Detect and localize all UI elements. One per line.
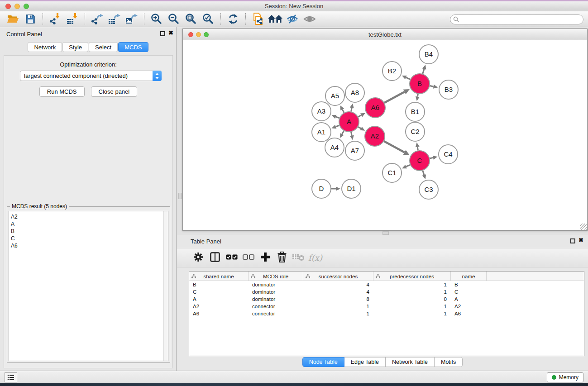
graph-edge-C-C1[interactable] [406, 165, 410, 167]
cell-name[interactable]: A6 [451, 310, 487, 317]
graph-node-D[interactable]: D [312, 179, 331, 198]
tab-motifs[interactable]: Motifs [435, 357, 463, 367]
cell-MCDS-role[interactable]: connector [249, 310, 303, 317]
graph-edge-A2-C[interactable] [384, 141, 404, 152]
result-item[interactable]: C [11, 235, 168, 242]
hide-graphics-details-button[interactable] [284, 12, 301, 26]
graph-node-D1[interactable]: D1 [342, 179, 361, 198]
graph-node-A4[interactable]: A4 [325, 138, 344, 157]
vertical-split-handle[interactable] [178, 193, 182, 199]
cell-successor-nodes[interactable]: 1 [303, 310, 373, 317]
toggle-panel-layout-button[interactable] [206, 251, 223, 265]
horizontal-split-handle[interactable] [382, 231, 389, 235]
cell-successor-nodes[interactable]: 8 [303, 295, 373, 303]
graph-node-A5[interactable]: A5 [325, 86, 344, 105]
cell-name[interactable]: B [451, 281, 487, 288]
cell-predecessor-nodes[interactable]: 1 [373, 281, 451, 288]
cell-MCDS-role[interactable]: connector [249, 303, 303, 310]
optimization-criterion-select[interactable]: largest connected component (directed) [20, 71, 162, 81]
column-header-MCDS-role[interactable]: MCDS role [249, 272, 303, 281]
network-canvas[interactable]: B4B2BB3A8A5A6A3B1AC2A1A2A4A7C4CC1C3DD1 [183, 40, 587, 230]
graph-node-A6[interactable]: A6 [365, 98, 385, 118]
graph-edge-A-A3[interactable] [336, 117, 339, 118]
result-item[interactable]: A [11, 220, 168, 228]
table-row[interactable]: A2connector11A2 [189, 303, 584, 310]
cell-predecessor-nodes[interactable]: 0 [373, 295, 451, 303]
result-item[interactable]: B [11, 228, 168, 235]
show-all-columns-button[interactable] [223, 251, 240, 265]
table-row[interactable]: Cdominator41C [189, 288, 584, 295]
cell-predecessor-nodes[interactable]: 1 [373, 288, 451, 295]
cell-successor-nodes[interactable]: 1 [303, 303, 373, 310]
table-row[interactable]: A6connector11A6 [189, 310, 584, 317]
window-resize-grip[interactable] [580, 224, 587, 230]
graph-edge-A-A1[interactable] [336, 125, 339, 127]
table-row[interactable]: Adominator80A [189, 295, 584, 303]
graph-node-C1[interactable]: C1 [382, 163, 402, 182]
graph-edge-B-B4[interactable] [423, 69, 424, 74]
column-header-successor-nodes[interactable]: successor nodes [303, 272, 373, 281]
graph-edge-B-B3[interactable] [430, 86, 434, 87]
graph-node-A7[interactable]: A7 [345, 141, 364, 160]
tab-network[interactable]: Network [28, 42, 62, 52]
graph-edge-C-C3[interactable] [423, 171, 424, 175]
graph-edge-A-A4[interactable] [342, 131, 344, 134]
clone-network-button[interactable] [249, 12, 267, 26]
graph-edge-A-A5[interactable] [342, 110, 344, 113]
graph-node-C4[interactable]: C4 [439, 145, 458, 164]
column-header-name[interactable]: name [451, 272, 487, 281]
graph-node-B4[interactable]: B4 [419, 45, 438, 64]
graph-edge-A-A7[interactable] [351, 132, 352, 136]
graph-edge-A-A2[interactable] [358, 127, 361, 129]
zoom-in-button[interactable] [148, 12, 165, 26]
float-panel-icon[interactable] [160, 31, 165, 36]
graph-edge-C-C4[interactable] [430, 157, 433, 158]
tab-select[interactable]: Select [89, 42, 118, 52]
graph-edge-B-B2[interactable] [406, 77, 410, 79]
export-network-button[interactable] [89, 12, 106, 26]
table-row[interactable]: Bdominator41B [189, 281, 584, 288]
memory-button[interactable]: Memory [547, 372, 583, 382]
table-close-panel-icon[interactable]: ✖ [578, 237, 583, 243]
cell-MCDS-role[interactable]: dominator [249, 281, 303, 288]
zoom-selected-button[interactable] [200, 12, 217, 26]
result-item[interactable]: A2 [11, 213, 168, 220]
tab-network-table[interactable]: Network Table [386, 357, 435, 367]
add-column-button[interactable] [257, 251, 273, 265]
column-settings-button[interactable] [190, 251, 206, 265]
task-history-button[interactable] [5, 372, 17, 382]
cell-predecessor-nodes[interactable]: 1 [373, 310, 451, 317]
cell-shared-name[interactable]: A6 [189, 310, 249, 317]
network-window-titlebar[interactable]: testGlobe.txt [183, 29, 587, 40]
cell-name[interactable]: C [451, 288, 487, 295]
search-input[interactable] [450, 14, 583, 24]
result-item[interactable]: A6 [11, 242, 168, 249]
graph-node-B1[interactable]: B1 [406, 102, 425, 121]
cell-name[interactable]: A [451, 295, 487, 303]
cell-shared-name[interactable]: C [189, 288, 249, 295]
graph-node-A3[interactable]: A3 [312, 102, 331, 121]
column-header-shared-name[interactable]: shared name [189, 272, 249, 281]
open-session-button[interactable] [5, 12, 22, 26]
cell-name[interactable]: A2 [451, 303, 487, 310]
refresh-button[interactable] [225, 12, 242, 26]
graph-edge-A6-B[interactable] [384, 92, 404, 103]
cell-predecessor-nodes[interactable]: 1 [373, 303, 451, 310]
graph-node-B3[interactable]: B3 [439, 80, 458, 99]
tab-mcds[interactable]: MCDS [118, 42, 148, 52]
cell-MCDS-role[interactable]: dominator [249, 295, 303, 303]
graph-node-A[interactable]: A [339, 112, 359, 132]
graph-edge-A-A8[interactable] [351, 108, 352, 111]
export-table-button[interactable] [106, 12, 123, 26]
tab-style[interactable]: Style [62, 42, 88, 52]
table-float-panel-icon[interactable] [570, 238, 575, 243]
column-header-predecessor-nodes[interactable]: predecessor nodes [373, 272, 451, 281]
graph-node-A2[interactable]: A2 [365, 126, 385, 146]
graph-node-A1[interactable]: A1 [312, 123, 331, 142]
result-scrollbar[interactable] [163, 211, 168, 361]
delete-column-button[interactable] [273, 251, 290, 265]
close-panel-icon[interactable]: ✖ [168, 29, 173, 36]
graph-edge-C-C2[interactable] [417, 147, 418, 151]
graph-node-C3[interactable]: C3 [419, 180, 438, 199]
close-panel-button[interactable]: Close panel [91, 86, 138, 97]
